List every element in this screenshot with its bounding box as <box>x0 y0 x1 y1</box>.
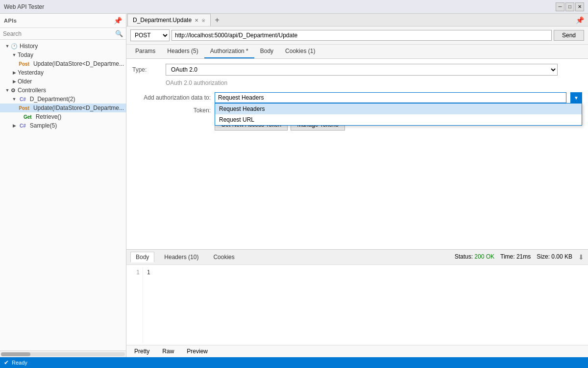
maximize-button[interactable]: □ <box>565 2 574 11</box>
d-dept-label: D_Department(2) <box>30 96 75 103</box>
sidebar: APIs 📌 🔍 ▼ 🕐 History ▼ Today <box>0 14 126 357</box>
response-bar: Body Headers (10) Cookies Status: 200 OK… <box>126 250 588 265</box>
content-area: D_Department.Update ✕ ※ + 📌 POST GET PUT… <box>126 14 588 357</box>
resp-tab-body[interactable]: Body <box>130 252 154 263</box>
add-auth-data-row: Add authorization data to: ▼ Request Hea… <box>132 92 582 103</box>
today-update-label: Update(IDataStore<D_Departme... <box>33 60 124 67</box>
tab-cookies[interactable]: Cookies (1) <box>279 45 321 58</box>
add-auth-dropdown-menu: Request Headers Request URL <box>215 103 582 126</box>
retrieve-label: Retrieve() <box>36 113 62 120</box>
main-layout: APIs 📌 🔍 ▼ 🕐 History ▼ Today <box>0 14 588 357</box>
status-value: 200 OK <box>474 253 494 260</box>
type-select[interactable]: OAuth 2.0 No Auth Bearer Token Basic Aut… <box>166 64 558 76</box>
type-label: Type: <box>132 66 162 73</box>
time-label: Time: 21ms <box>500 253 531 261</box>
sidebar-item-sample[interactable]: ▶ C# Sample(5) <box>0 121 126 130</box>
controllers-arrow: ▼ <box>4 88 11 93</box>
sidebar-item-yesterday[interactable]: ▶ Yesterday <box>0 68 126 77</box>
app-title: Web API Tester <box>4 3 44 10</box>
response-format-bar: Pretty Raw Preview <box>126 345 588 357</box>
line-number-1: 1 <box>131 269 140 276</box>
sidebar-item-update-selected[interactable]: Post Update(IDataStore<D_Departme... <box>0 104 126 112</box>
tab-label: D_Department.Update <box>133 17 192 24</box>
sidebar-tree: ▼ 🕐 History ▼ Today Post Update(IDataSto… <box>0 40 126 350</box>
sidebar-header: APIs 📌 <box>0 14 126 28</box>
token-label: Token: <box>132 107 211 114</box>
resp-format-preview[interactable]: Preview <box>183 347 212 356</box>
add-tab-button[interactable]: + <box>212 15 222 26</box>
post-badge: Post <box>17 61 31 67</box>
tab-asterisk: ※ <box>201 18 205 23</box>
sidebar-item-history[interactable]: ▼ 🕐 History <box>0 42 126 51</box>
tab-bar-pin-icon[interactable]: 📌 <box>576 16 588 24</box>
resp-tab-cookies[interactable]: Cookies <box>208 252 239 262</box>
title-bar: Web API Tester ─ □ ✕ <box>0 0 588 14</box>
older-label: Older <box>18 78 32 85</box>
sample-label: Sample(5) <box>30 122 57 129</box>
tab-params[interactable]: Params <box>129 45 161 58</box>
sidebar-scroll[interactable] <box>0 350 126 357</box>
add-auth-data-label: Add authorization data to: <box>132 94 211 101</box>
resp-format-raw[interactable]: Raw <box>158 347 178 356</box>
resp-tab-headers[interactable]: Headers (10) <box>159 252 203 262</box>
apis-label: APIs <box>4 18 17 24</box>
add-auth-data-dropdown-btn[interactable]: ▼ <box>570 92 582 103</box>
search-input[interactable] <box>3 30 115 37</box>
tab-d-department-update[interactable]: D_Department.Update ✕ ※ <box>127 14 211 26</box>
sidebar-item-older[interactable]: ▶ Older <box>0 77 126 86</box>
tab-authorization[interactable]: Authorization * <box>204 45 254 58</box>
response-value: 1 <box>147 269 150 276</box>
history-label: History <box>20 43 38 50</box>
get-badge: Get <box>22 114 34 120</box>
size-value: 0.00 KB <box>551 253 572 260</box>
tab-bar: D_Department.Update ✕ ※ + 📌 <box>126 14 588 26</box>
resp-format-pretty[interactable]: Pretty <box>130 347 153 356</box>
sample-arrow: ▶ <box>11 123 18 128</box>
type-row: Type: OAuth 2.0 No Auth Bearer Token Bas… <box>132 64 582 76</box>
yesterday-label: Yesterday <box>18 69 44 76</box>
scroll-thumb <box>1 352 30 356</box>
response-status: Status: 200 OK Time: 21ms Size: 0.00 KB … <box>455 253 584 261</box>
pin-icon[interactable]: 📌 <box>114 17 122 25</box>
line-numbers: 1 <box>128 267 143 343</box>
update-selected-label: Update(IDataStore<D_Departme... <box>33 105 124 111</box>
auth-panel: Type: OAuth 2.0 No Auth Bearer Token Bas… <box>126 59 588 249</box>
time-value: 21ms <box>516 253 531 260</box>
d-dept-arrow: ▼ <box>11 97 18 102</box>
sidebar-item-today[interactable]: ▼ Today <box>0 51 126 59</box>
tab-close-icon[interactable]: ✕ <box>195 18 198 23</box>
post-badge-2: Post <box>17 105 31 111</box>
scroll-track <box>1 352 125 356</box>
tab-body[interactable]: Body <box>254 45 279 58</box>
status-bar: ✔ Ready <box>0 357 588 368</box>
history-arrow: ▼ <box>4 44 11 49</box>
older-arrow: ▶ <box>11 79 18 84</box>
sidebar-item-controllers[interactable]: ▼ ⚙ Controllers <box>0 86 126 95</box>
status-label: Status: 200 OK <box>455 253 494 261</box>
status-icon: ✔ <box>4 359 9 366</box>
window-controls: ─ □ ✕ <box>556 2 584 11</box>
controllers-icon: ⚙ <box>11 87 16 94</box>
response-code: 1 <box>143 267 154 343</box>
dropdown-request-headers[interactable]: Request Headers <box>215 104 582 114</box>
sidebar-item-today-update[interactable]: Post Update(IDataStore<D_Departme... <box>0 59 126 68</box>
minimize-button[interactable]: ─ <box>556 2 564 11</box>
size-label: Size: 0.00 KB <box>537 253 572 261</box>
today-arrow: ▼ <box>11 53 18 57</box>
sidebar-item-retrieve[interactable]: Get Retrieve() <box>0 112 126 121</box>
response-area: Body Headers (10) Cookies Status: 200 OK… <box>126 249 588 357</box>
request-bar: POST GET PUT DELETE PATCH Send <box>126 26 588 45</box>
sidebar-item-d-department[interactable]: ▼ C# D_Department(2) <box>0 95 126 104</box>
method-select[interactable]: POST GET PUT DELETE PATCH <box>130 29 170 41</box>
url-input[interactable] <box>172 30 552 41</box>
close-button[interactable]: ✕ <box>575 2 584 11</box>
search-bar: 🔍 <box>0 28 126 40</box>
send-button[interactable]: Send <box>554 30 584 41</box>
search-icon: 🔍 <box>115 30 123 37</box>
history-folder-icon: 🕐 <box>11 43 18 50</box>
request-tabs: Params Headers (5) Authorization * Body … <box>126 45 588 59</box>
dropdown-request-url[interactable]: Request URL <box>215 114 582 125</box>
add-auth-data-input[interactable] <box>215 92 566 103</box>
tab-headers[interactable]: Headers (5) <box>161 45 204 58</box>
response-pin-icon[interactable]: ⬇ <box>578 253 584 261</box>
